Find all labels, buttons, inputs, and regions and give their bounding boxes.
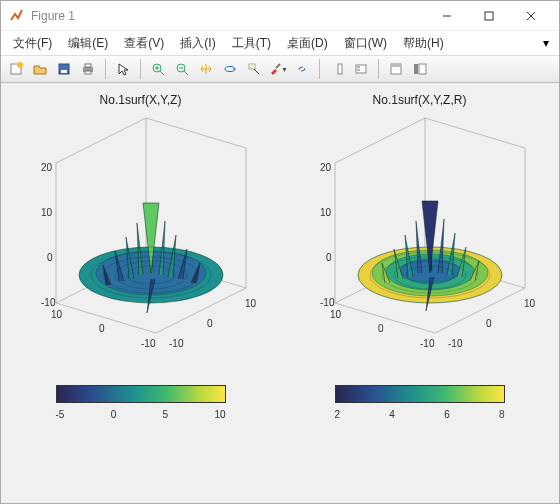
svg-text:20: 20 [320, 162, 332, 173]
svg-rect-29 [414, 64, 418, 74]
menu-window[interactable]: 窗口(W) [338, 33, 393, 54]
svg-text:-10: -10 [448, 338, 463, 349]
toolbar-separator [140, 59, 141, 79]
maximize-button[interactable] [469, 2, 509, 30]
save-button[interactable] [53, 58, 75, 80]
figure-window: Figure 1 文件(F) 编辑(E) 查看(V) 插入(I) 工具(T) 桌… [0, 0, 560, 504]
window-title: Figure 1 [31, 9, 427, 23]
svg-rect-19 [249, 64, 255, 69]
svg-rect-23 [338, 64, 342, 74]
print-button[interactable] [77, 58, 99, 80]
colorbar-left[interactable]: -5 0 5 10 [1, 385, 280, 483]
menu-view[interactable]: 查看(V) [118, 33, 170, 54]
colorbar-ticks-left: -5 0 5 10 [56, 409, 226, 420]
link-button[interactable] [291, 58, 313, 80]
svg-line-21 [276, 64, 280, 68]
axes-right[interactable]: No.1surf(X,Y,Z,R) -1001020 100-10 -10010 [280, 83, 559, 383]
svg-text:0: 0 [378, 323, 384, 334]
svg-line-56 [335, 118, 425, 163]
svg-point-5 [17, 62, 23, 68]
menu-desktop[interactable]: 桌面(D) [281, 33, 334, 54]
surface-left: -1001020 100-10 -10010 [11, 103, 271, 363]
insert-colorbar-button[interactable] [326, 58, 348, 80]
svg-rect-28 [391, 64, 401, 67]
svg-text:0: 0 [326, 252, 332, 263]
svg-text:-10: -10 [141, 338, 156, 349]
svg-text:-10: -10 [420, 338, 435, 349]
svg-text:0: 0 [47, 252, 53, 263]
brush-button[interactable]: ▼ [267, 58, 289, 80]
svg-text:10: 10 [51, 309, 63, 320]
z-ticks: -1001020 [41, 162, 56, 308]
x-ticks: -10010 [169, 298, 257, 349]
matlab-logo-icon [9, 8, 25, 24]
toolbar: ▼ [1, 55, 559, 83]
svg-line-20 [254, 69, 259, 74]
pointer-button[interactable] [112, 58, 134, 80]
titlebar[interactable]: Figure 1 [1, 1, 559, 31]
svg-text:-10: -10 [169, 338, 184, 349]
menu-help[interactable]: 帮助(H) [397, 33, 450, 54]
svg-rect-10 [85, 71, 91, 74]
insert-legend-button[interactable] [350, 58, 372, 80]
pan-button[interactable] [195, 58, 217, 80]
show-plot-tools-button[interactable] [409, 58, 431, 80]
surface-right: -1001020 100-10 -10010 [290, 103, 550, 363]
svg-text:-10: -10 [320, 297, 335, 308]
data-cursor-button[interactable] [243, 58, 265, 80]
svg-line-57 [425, 118, 525, 148]
menubar: 文件(F) 编辑(E) 查看(V) 插入(I) 工具(T) 桌面(D) 窗口(W… [1, 31, 559, 55]
svg-text:10: 10 [330, 309, 342, 320]
colorbar-ticks-right: 2 4 6 8 [335, 409, 505, 420]
menu-edit[interactable]: 编辑(E) [62, 33, 114, 54]
svg-rect-22 [333, 64, 336, 74]
colorbar-gradient [56, 385, 226, 403]
new-figure-button[interactable] [5, 58, 27, 80]
zoom-in-button[interactable] [147, 58, 169, 80]
svg-rect-7 [61, 70, 67, 73]
hide-plot-tools-button[interactable] [385, 58, 407, 80]
colorbar-right[interactable]: 2 4 6 8 [280, 385, 559, 483]
svg-rect-1 [485, 12, 493, 20]
svg-text:10: 10 [245, 298, 257, 309]
svg-text:-10: -10 [41, 297, 56, 308]
toolbar-separator [105, 59, 106, 79]
svg-text:0: 0 [207, 318, 213, 329]
close-button[interactable] [511, 2, 551, 30]
svg-text:20: 20 [41, 162, 53, 173]
toolbar-separator [319, 59, 320, 79]
window-controls [427, 2, 551, 30]
menu-tools[interactable]: 工具(T) [226, 33, 277, 54]
svg-line-35 [146, 118, 246, 148]
surface-mesh [358, 201, 502, 311]
svg-rect-30 [419, 64, 426, 74]
svg-line-34 [56, 118, 146, 163]
surface-mesh [79, 203, 223, 313]
svg-rect-9 [85, 64, 91, 67]
minimize-button[interactable] [427, 2, 467, 30]
svg-text:0: 0 [99, 323, 105, 334]
zoom-out-button[interactable] [171, 58, 193, 80]
svg-rect-24 [356, 65, 366, 73]
svg-text:10: 10 [524, 298, 536, 309]
svg-line-12 [160, 71, 164, 75]
menu-file[interactable]: 文件(F) [7, 33, 58, 54]
figure-canvas[interactable]: No.1surf(X,Y,Z) -1001020 100-10 -10010 [1, 83, 559, 503]
open-button[interactable] [29, 58, 51, 80]
toolbar-separator [378, 59, 379, 79]
colorbar-gradient [335, 385, 505, 403]
menu-overflow-icon[interactable]: ▾ [539, 36, 553, 50]
menu-insert[interactable]: 插入(I) [174, 33, 221, 54]
svg-text:10: 10 [41, 207, 53, 218]
svg-text:0: 0 [486, 318, 492, 329]
rotate3d-button[interactable] [219, 58, 241, 80]
svg-text:10: 10 [320, 207, 332, 218]
y-ticks: 100-10 [51, 309, 156, 349]
svg-line-16 [184, 71, 188, 75]
axes-left[interactable]: No.1surf(X,Y,Z) -1001020 100-10 -10010 [1, 83, 280, 383]
